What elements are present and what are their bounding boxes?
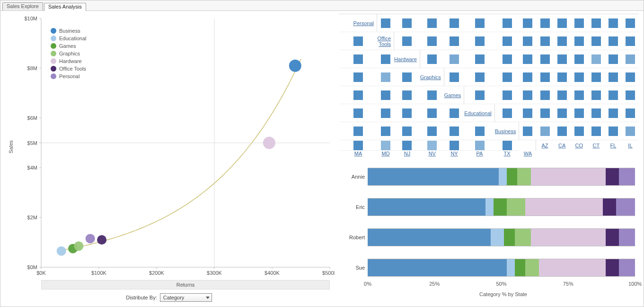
stacked-segment[interactable] xyxy=(619,168,635,185)
heatmap-row-label[interactable]: Educational xyxy=(464,110,494,116)
stacked-segment[interactable] xyxy=(606,259,619,276)
distribute-dropdown[interactable]: Category xyxy=(160,293,212,302)
heatmap-cell[interactable] xyxy=(464,50,495,68)
stacked-segment[interactable] xyxy=(368,259,507,276)
heatmap-col-label[interactable]: NY xyxy=(450,151,458,156)
heatmap-cell[interactable] xyxy=(536,14,553,32)
stacked-bar[interactable] xyxy=(368,259,635,277)
heatmap-cell[interactable] xyxy=(588,50,605,68)
heatmap-cell[interactable] xyxy=(339,140,377,151)
heatmap-cell[interactable] xyxy=(588,122,605,140)
heatmap-cell[interactable] xyxy=(519,32,536,50)
heatmap-cell[interactable] xyxy=(339,68,377,86)
heatmap-col-label[interactable]: CO xyxy=(575,143,583,148)
heatmap-cell[interactable] xyxy=(444,14,464,32)
heatmap-cell[interactable] xyxy=(622,86,639,104)
heatmap-col-label[interactable]: TX xyxy=(504,151,511,156)
heatmap-cell[interactable] xyxy=(519,104,536,122)
heatmap-cell[interactable] xyxy=(605,32,622,50)
stacked-segment[interactable] xyxy=(616,199,635,216)
heatmap-cell[interactable] xyxy=(571,50,588,68)
legend-item[interactable]: Hardware xyxy=(51,57,87,65)
heatmap-cell[interactable] xyxy=(420,32,444,50)
heatmap-cell[interactable] xyxy=(588,86,605,104)
heatmap-cell[interactable] xyxy=(554,14,571,32)
heatmap-cell[interactable] xyxy=(536,32,553,50)
heatmap-cell[interactable] xyxy=(622,32,639,50)
heatmap-cell[interactable] xyxy=(571,104,588,122)
heatmap-cell[interactable] xyxy=(420,140,444,151)
heatmap-cell[interactable] xyxy=(571,68,588,86)
legend-item[interactable]: Games xyxy=(51,42,87,50)
heatmap-cell[interactable] xyxy=(464,122,495,140)
stacked-bar-chart[interactable]: AnnieEricRobertSue 0%25%50%75%100% Categ… xyxy=(339,161,639,304)
heatmap-cell[interactable] xyxy=(588,32,605,50)
heatmap-cell[interactable] xyxy=(377,104,394,122)
heatmap-cell[interactable] xyxy=(495,68,520,86)
heatmap-cell[interactable] xyxy=(536,50,553,68)
heatmap-col-label[interactable]: CT xyxy=(592,143,600,148)
heatmap-cell[interactable] xyxy=(444,32,464,50)
heatmap-cell[interactable] xyxy=(444,122,464,140)
heatmap-cell[interactable] xyxy=(339,32,377,50)
stacked-segment[interactable] xyxy=(619,259,635,276)
heatmap-cell[interactable] xyxy=(394,122,420,140)
stacked-segment[interactable] xyxy=(515,229,531,246)
heatmap-cell[interactable] xyxy=(444,68,464,86)
heatmap-row-label[interactable]: Graphics xyxy=(420,74,444,80)
heatmap-cell[interactable] xyxy=(622,50,639,68)
heatmap-cell[interactable] xyxy=(605,50,622,68)
heatmap-col-label[interactable]: WA xyxy=(524,151,532,156)
stacked-segment[interactable] xyxy=(603,199,616,216)
heatmap-cell[interactable] xyxy=(339,50,377,68)
heatmap-cell[interactable] xyxy=(464,68,495,86)
heatmap-cell[interactable] xyxy=(420,122,444,140)
heatmap-cell[interactable] xyxy=(394,32,420,50)
heatmap-cell[interactable] xyxy=(554,50,571,68)
heatmap-cell[interactable] xyxy=(394,104,420,122)
stacked-segment[interactable] xyxy=(531,168,606,185)
heatmap-cell[interactable] xyxy=(464,14,495,32)
heatmap-cell[interactable] xyxy=(536,122,553,140)
heatmap-cell[interactable] xyxy=(571,32,588,50)
scatter-chart[interactable]: Sales $0K$100K$200K$300K$400K$500K$0M$2M… xyxy=(3,14,335,280)
legend-item[interactable]: Graphics xyxy=(51,50,87,57)
heatmap-cell[interactable] xyxy=(444,50,464,68)
stacked-segment[interactable] xyxy=(539,259,606,276)
heatmap-col-label[interactable]: IL xyxy=(628,143,632,148)
heatmap-col-label[interactable]: NJ xyxy=(404,151,410,156)
heatmap-cell[interactable] xyxy=(377,140,394,151)
stacked-segment[interactable] xyxy=(494,199,507,216)
heatmap-cell[interactable] xyxy=(571,86,588,104)
stacked-segment[interactable] xyxy=(619,229,635,246)
heatmap-cell[interactable] xyxy=(420,50,444,68)
stacked-segment[interactable] xyxy=(515,259,526,276)
heatmap-cell[interactable] xyxy=(605,104,622,122)
stacked-segment[interactable] xyxy=(368,199,485,216)
heatmap-cell[interactable] xyxy=(571,14,588,32)
heatmap-cell[interactable] xyxy=(536,104,553,122)
heatmap-col-label[interactable]: MD xyxy=(381,151,389,156)
heatmap-cell[interactable] xyxy=(377,14,394,32)
heatmap-row-label[interactable]: Hardware xyxy=(394,56,420,62)
stacked-segment[interactable] xyxy=(517,168,530,185)
heatmap-cell[interactable] xyxy=(394,140,420,151)
heatmap-cell[interactable] xyxy=(464,86,495,104)
heatmap-cell[interactable] xyxy=(622,14,639,32)
heatmap-col-label[interactable]: NV xyxy=(429,151,436,156)
heatmap-cell[interactable] xyxy=(554,122,571,140)
heatmap-cell[interactable] xyxy=(377,86,394,104)
heatmap-cell[interactable] xyxy=(588,14,605,32)
heatmap-cell[interactable] xyxy=(495,140,520,151)
stacked-segment[interactable] xyxy=(606,229,619,246)
heatmap-cell[interactable] xyxy=(464,140,495,151)
heatmap-col-label[interactable]: AZ xyxy=(542,143,548,148)
heatmap-cell[interactable] xyxy=(536,86,553,104)
heatmap-cell[interactable] xyxy=(588,104,605,122)
stacked-bar[interactable] xyxy=(368,228,635,246)
stacked-segment[interactable] xyxy=(368,229,491,246)
heatmap-cell[interactable] xyxy=(605,14,622,32)
heatmap-cell[interactable] xyxy=(571,122,588,140)
heatmap-cell[interactable] xyxy=(394,86,420,104)
heatmap-cell[interactable] xyxy=(495,86,520,104)
